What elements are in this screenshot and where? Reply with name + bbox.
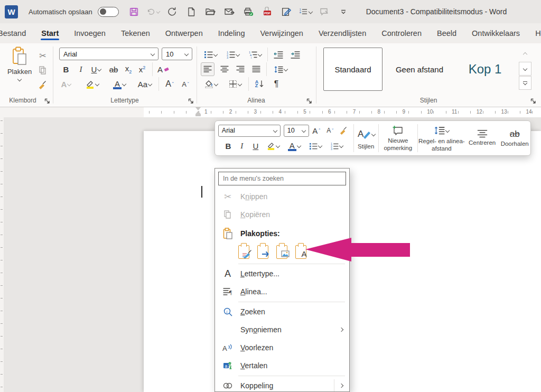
- mini-bullets-button[interactable]: [305, 139, 325, 152]
- mini-center-button[interactable]: Centreren: [465, 121, 499, 155]
- menu-item-vertalen[interactable]: a Vertalen: [215, 357, 349, 375]
- tab-invoegen[interactable]: Invoegen: [73, 24, 107, 42]
- change-case-button[interactable]: Aa: [134, 77, 155, 91]
- autosave-toggle[interactable]: [98, 7, 119, 17]
- borders-button[interactable]: [225, 77, 245, 91]
- text-effects-button[interactable]: A: [57, 77, 75, 91]
- indent-markers[interactable]: [194, 107, 202, 117]
- paste-keep-source-formatting-icon[interactable]: [238, 243, 253, 259]
- mini-shrink-font-button[interactable]: Aˇ: [324, 124, 337, 137]
- mini-format-painter-icon[interactable]: [338, 124, 350, 137]
- tab-tekenen[interactable]: Tekenen: [120, 24, 151, 42]
- menu-item-voorlezen[interactable]: A Voorlezen: [215, 339, 349, 357]
- mini-font-size-combo[interactable]: 10: [284, 125, 309, 137]
- mini-font-color-button[interactable]: A: [284, 139, 304, 152]
- mini-line-spacing-button[interactable]: Regel- en alinea-afstand: [418, 121, 465, 155]
- more-commands-icon[interactable]: [337, 5, 350, 18]
- open-folder-icon[interactable]: [203, 5, 217, 18]
- multilevel-list-button[interactable]: 1ai: [245, 48, 264, 61]
- comments-icon[interactable]: [318, 5, 331, 18]
- horizontal-ruler[interactable]: 1234567891011121314: [0, 107, 541, 117]
- paste-dropdown-chevron[interactable]: [17, 77, 22, 81]
- save-icon[interactable]: [127, 5, 141, 18]
- underline-button[interactable]: U: [87, 62, 106, 76]
- mini-strikethrough-button[interactable]: ab Doorhalen: [499, 121, 530, 155]
- tab-ontwikkelaars[interactable]: Ontwikkelaars: [471, 24, 521, 42]
- lettertype-dialog-launcher-icon[interactable]: [188, 98, 194, 104]
- align-left-button[interactable]: [201, 62, 214, 76]
- superscript-button[interactable]: x2: [135, 62, 149, 76]
- tab-beeld[interactable]: Beeld: [436, 24, 458, 42]
- paste-button[interactable]: Plakken: [5, 46, 34, 95]
- mini-font-name-combo[interactable]: Arial: [218, 125, 281, 137]
- tab-verwijzingen[interactable]: Verwijzingen: [259, 24, 304, 42]
- first-line-indent-marker[interactable]: [195, 107, 201, 110]
- styles-scroll-up-icon[interactable]: [519, 48, 531, 61]
- menu-search-input[interactable]: [218, 172, 346, 185]
- tab-indeling[interactable]: Indeling: [217, 24, 246, 42]
- menu-item-lettertype[interactable]: A Lettertype...: [215, 265, 349, 283]
- tab-bestand[interactable]: Bestand: [0, 24, 27, 42]
- menu-item-alinea[interactable]: ¶ Alinea...: [215, 283, 349, 301]
- justify-button[interactable]: [249, 62, 263, 76]
- menu-item-zoeken[interactable]: i Zoeken: [215, 303, 349, 321]
- mini-styles-icon: A: [357, 128, 371, 141]
- quick-print-icon[interactable]: [241, 5, 255, 18]
- paste-picture-icon[interactable]: [276, 243, 291, 259]
- style-standaard[interactable]: Standaard: [323, 48, 383, 91]
- alinea-dialog-launcher-icon[interactable]: [306, 98, 312, 104]
- subscript-button[interactable]: x2: [122, 62, 135, 76]
- show-paragraph-marks-button[interactable]: ¶: [269, 77, 283, 91]
- stijlen-dialog-launcher-icon[interactable]: [530, 98, 536, 104]
- tab-verzendlijsten[interactable]: Verzendlijsten: [318, 24, 367, 42]
- numbered-list-icon[interactable]: 1a: [299, 5, 312, 18]
- mini-underline-button[interactable]: U: [249, 139, 262, 152]
- strikethrough-button[interactable]: ab: [107, 62, 120, 76]
- line-spacing-button[interactable]: [270, 62, 291, 76]
- email-icon[interactable]: [222, 5, 236, 18]
- mini-highlight-button[interactable]: [263, 139, 283, 152]
- font-size-combo[interactable]: 10: [162, 48, 192, 60]
- edit-document-icon[interactable]: [279, 5, 293, 18]
- bold-button[interactable]: B: [59, 62, 73, 76]
- font-color-button[interactable]: A: [109, 77, 130, 91]
- menu-item-synoniemen[interactable]: Synoniemen: [215, 321, 349, 339]
- align-right-button[interactable]: [234, 62, 247, 76]
- italic-button[interactable]: I: [74, 62, 88, 76]
- shading-button[interactable]: [201, 77, 221, 91]
- klembord-dialog-launcher-icon[interactable]: [44, 98, 50, 104]
- mini-new-comment-button[interactable]: Nieuwe opmerking: [379, 121, 417, 155]
- styles-gallery-expand-icon[interactable]: [519, 76, 531, 90]
- format-painter-icon[interactable]: [36, 78, 50, 92]
- styles-scroll-down-icon[interactable]: [519, 62, 531, 76]
- tab-start[interactable]: Start: [40, 24, 60, 42]
- style-kop1[interactable]: Kop 1: [456, 48, 514, 91]
- menu-item-koppeling[interactable]: Koppeling: [215, 377, 349, 392]
- text-highlight-button[interactable]: [80, 77, 104, 91]
- mini-styles-button[interactable]: A Stijlen: [354, 121, 378, 155]
- decrease-indent-button[interactable]: [272, 48, 285, 61]
- pdf-icon[interactable]: PDF: [260, 5, 274, 18]
- shrink-font-button[interactable]: Aˇ: [179, 77, 192, 91]
- sort-button[interactable]: AZ: [253, 77, 266, 91]
- numbering-button[interactable]: 123: [223, 48, 242, 61]
- grow-font-button[interactable]: Aˆ: [163, 77, 176, 91]
- tab-controleren[interactable]: Controleren: [380, 24, 423, 42]
- increase-indent-button[interactable]: [288, 48, 302, 61]
- new-document-icon[interactable]: [184, 5, 198, 18]
- mini-bold-button[interactable]: B: [222, 139, 235, 152]
- mini-italic-button[interactable]: I: [236, 139, 248, 152]
- paste-merge-formatting-icon[interactable]: [257, 243, 272, 259]
- tab-ontwerpen[interactable]: Ontwerpen: [164, 24, 204, 42]
- mini-numbering-button[interactable]: 123: [327, 139, 347, 152]
- left-indent-marker[interactable]: [195, 114, 201, 116]
- tab-help[interactable]: Help: [534, 24, 541, 42]
- bullets-button[interactable]: [201, 48, 220, 61]
- style-geen-afstand[interactable]: Geen afstand: [385, 48, 454, 91]
- redo-icon[interactable]: [165, 5, 179, 18]
- align-center-button[interactable]: [218, 62, 231, 76]
- ruler-number: 11: [452, 109, 457, 115]
- mini-grow-font-button[interactable]: Aˆ: [310, 124, 323, 137]
- font-name-combo[interactable]: Arial: [59, 48, 158, 60]
- clear-formatting-button[interactable]: A: [156, 62, 170, 76]
